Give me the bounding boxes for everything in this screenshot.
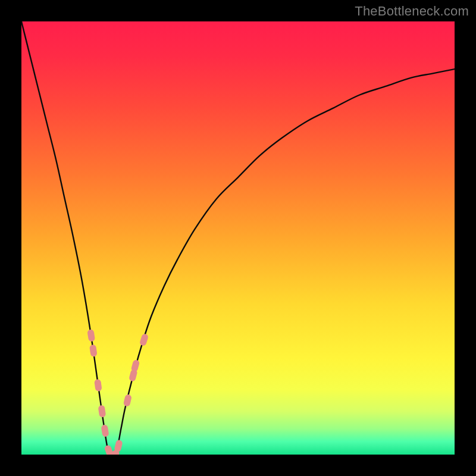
outer-frame: TheBottleneck.com [0,0,476,476]
chart-svg [21,21,455,455]
watermark-text: TheBottleneck.com [355,4,469,19]
plot-area [21,21,455,455]
gradient-background [21,21,455,455]
